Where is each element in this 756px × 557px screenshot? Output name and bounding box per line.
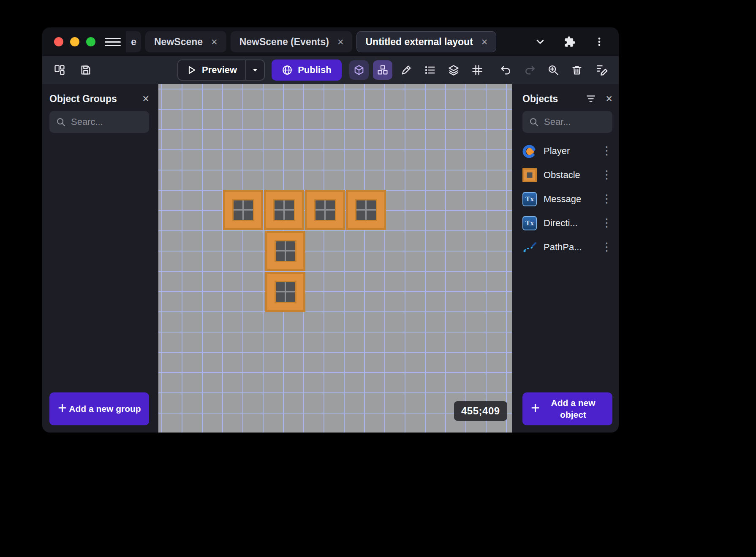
tabs-overflow-button[interactable] [532, 33, 549, 50]
crate-instance[interactable] [265, 272, 305, 312]
filter-icon [585, 93, 596, 104]
object-label: PathPa... [544, 242, 594, 253]
editor-tools [349, 60, 487, 80]
object-item-directions[interactable]: Directi... [522, 211, 612, 235]
tab-label: Untitled external layout [365, 36, 473, 48]
project-manager-button[interactable] [50, 60, 69, 80]
object-label: Player [544, 146, 594, 157]
preview-options-button[interactable] [246, 60, 264, 80]
crate-instance[interactable] [223, 190, 263, 230]
publish-button[interactable]: Publish [272, 59, 341, 81]
search-icon [529, 117, 539, 127]
object-label: Obstacle [544, 170, 594, 181]
crate-instance[interactable] [264, 190, 304, 230]
tab-close-icon[interactable] [481, 37, 488, 47]
redo-icon [524, 64, 536, 76]
floppy-save-icon [80, 64, 92, 76]
filter-objects-button[interactable] [585, 93, 596, 104]
preview-button[interactable]: Preview [178, 60, 245, 80]
crate-core [276, 241, 295, 261]
tab-newscene-events[interactable]: NewScene (Events) [231, 31, 353, 52]
tab-untitled-external-layout[interactable]: Untitled external layout [356, 31, 496, 52]
edit-tool-button[interactable] [397, 60, 416, 80]
scene-canvas[interactable]: 455;409 [158, 84, 512, 433]
main-area: Object Groups Add a new group 455;409 [42, 84, 619, 433]
add-object-button[interactable]: Add a new object [522, 392, 612, 425]
object-menu-icon[interactable] [601, 241, 612, 253]
tab-bar: e NewScene NewScene (Events) Untitled ex… [42, 27, 619, 56]
crate-core [356, 200, 376, 220]
caret-down-icon [251, 66, 259, 74]
crate-core [234, 200, 253, 220]
search-input[interactable] [71, 116, 143, 127]
add-object-label: Add a new object [541, 397, 607, 421]
crate-core [276, 282, 295, 302]
tab-newscene[interactable]: NewScene [145, 31, 226, 52]
crate-instance[interactable] [265, 231, 305, 271]
scene-properties-button[interactable] [592, 60, 611, 80]
main-menu-button[interactable] [105, 35, 121, 48]
toolbar: Preview Publish [42, 56, 619, 84]
object-item-player[interactable]: Player [522, 139, 612, 163]
object-groups-panel: Object Groups Add a new group [42, 84, 158, 433]
pencil-icon [400, 64, 412, 76]
tabbar-actions [532, 33, 619, 50]
window-menu-button[interactable] [591, 33, 608, 50]
redo-button[interactable] [520, 60, 539, 80]
search-input[interactable] [544, 116, 606, 127]
object-item-path[interactable]: PathPa... [522, 235, 612, 259]
search-icon [56, 117, 66, 127]
object-groups-title: Object Groups [49, 93, 142, 105]
object-menu-icon[interactable] [601, 169, 612, 181]
crate-instance[interactable] [346, 190, 386, 230]
save-button[interactable] [76, 60, 95, 80]
instances-list-button[interactable] [420, 60, 440, 80]
plus-icon [58, 399, 67, 417]
zoom-button[interactable] [544, 60, 563, 80]
zoom-window-button[interactable] [86, 37, 95, 46]
text-object-icon [522, 216, 537, 230]
panel-spacer [522, 259, 612, 392]
layers-icon [448, 64, 460, 76]
objects-title: Objects [522, 93, 585, 105]
list-icon [424, 64, 436, 76]
plus-icon [531, 399, 540, 417]
objects-header: Objects [522, 87, 612, 111]
grid-button[interactable] [468, 60, 487, 80]
object-menu-icon[interactable] [601, 145, 612, 157]
3d-box-tool-button[interactable] [349, 60, 369, 80]
close-panel-icon[interactable] [142, 93, 149, 105]
objects-list: Player Obstacle Message [522, 139, 612, 259]
grid-icon [471, 64, 483, 76]
tab-clipped[interactable]: e [126, 31, 141, 52]
history-tools [496, 60, 587, 80]
object-menu-icon[interactable] [601, 193, 612, 205]
crate-instance[interactable] [305, 190, 345, 230]
panel-spacer [49, 133, 149, 392]
undo-button[interactable] [496, 60, 516, 80]
objects-search [522, 111, 612, 133]
undo-icon [500, 64, 512, 76]
minimize-window-button[interactable] [70, 37, 79, 46]
close-panel-icon[interactable] [606, 93, 612, 105]
add-group-button[interactable]: Add a new group [49, 392, 149, 425]
tab-close-icon[interactable] [337, 37, 344, 47]
objects-panel: Objects Player [512, 84, 619, 433]
layers-button[interactable] [444, 60, 463, 80]
tab-label: e [131, 36, 136, 48]
tab-close-icon[interactable] [211, 37, 218, 47]
publish-label: Publish [298, 65, 331, 76]
object-item-obstacle[interactable]: Obstacle [522, 163, 612, 187]
delete-button[interactable] [567, 60, 587, 80]
object-item-message[interactable]: Message [522, 187, 612, 211]
object-menu-icon[interactable] [601, 217, 612, 229]
extensions-button[interactable] [561, 33, 578, 50]
close-window-button[interactable] [54, 37, 63, 46]
tab-strip: e NewScene NewScene (Events) Untitled ex… [126, 27, 496, 56]
tab-label: NewScene (Events) [239, 36, 329, 48]
player-sprite-icon [522, 144, 537, 158]
app-window: e NewScene NewScene (Events) Untitled ex… [42, 27, 619, 433]
object-label: Message [544, 194, 594, 205]
instances-tool-button[interactable] [373, 60, 392, 80]
cubes-icon [377, 64, 389, 76]
